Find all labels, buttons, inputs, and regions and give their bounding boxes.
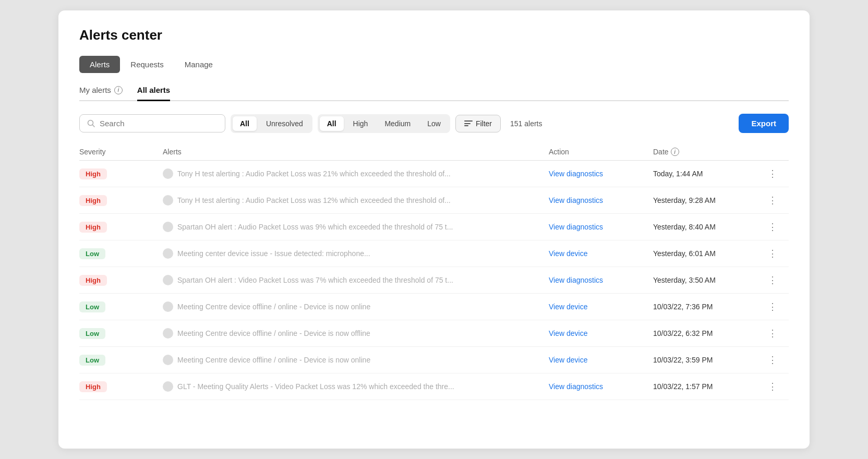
filter-unresolved[interactable]: Unresolved [259, 116, 310, 131]
row-more: ⋮ [768, 195, 789, 206]
alerts-center-card: Alerts center Alerts Requests Manage My … [58, 10, 810, 449]
row-alert-text: Spartan OH alert : Audio Packet Loss was… [163, 222, 549, 232]
more-options-button[interactable]: ⋮ [768, 168, 777, 179]
table-row: High GLT - Meeting Quality Alerts - Vide… [79, 373, 789, 400]
action-link[interactable]: View device [549, 329, 587, 337]
more-options-button[interactable]: ⋮ [768, 381, 777, 392]
row-date: Yesterday, 6:01 AM [653, 249, 768, 258]
filter-icon [464, 120, 473, 126]
filter-low[interactable]: Low [420, 116, 448, 131]
row-action: View device [549, 355, 653, 365]
action-link[interactable]: View device [549, 356, 587, 364]
row-action: View device [549, 249, 653, 258]
toolbar: All Unresolved All High Medium Low Filte… [79, 114, 789, 133]
row-action: View diagnostics [549, 169, 653, 178]
severity-badge: Low [79, 248, 105, 259]
secondary-tabs: My alerts i All alerts [79, 86, 789, 101]
row-action: View device [549, 302, 653, 311]
row-severity: Low [79, 328, 163, 339]
row-alert-text: Meeting Centre device offline / online -… [163, 301, 549, 312]
row-more: ⋮ [768, 168, 789, 179]
row-severity: High [79, 275, 163, 286]
primary-tabs: Alerts Requests Manage [79, 56, 789, 73]
severity-badge: Low [79, 355, 105, 366]
severity-badge: Low [79, 328, 105, 339]
search-box [79, 114, 225, 132]
more-options-button[interactable]: ⋮ [768, 301, 777, 312]
row-alert-text: Meeting center device issue - Issue dete… [163, 248, 549, 259]
severity-badge: High [79, 275, 107, 286]
table-row: Low Meeting Centre device offline / onli… [79, 320, 789, 347]
row-alert-text: Tony H test alerting : Audio Packet Loss… [163, 168, 549, 179]
table-header: Severity Alerts Action Date i [79, 143, 789, 161]
row-alert-text: Meeting Centre device offline / online -… [163, 355, 549, 365]
table-row: High Tony H test alerting : Audio Packet… [79, 187, 789, 214]
row-alert-text: GLT - Meeting Quality Alerts - Video Pac… [163, 381, 549, 392]
tab-all-alerts[interactable]: All alerts [137, 86, 170, 101]
date-info-icon: i [671, 148, 679, 156]
action-link[interactable]: View diagnostics [549, 196, 603, 204]
table-row: Low Meeting center device issue - Issue … [79, 240, 789, 267]
tab-manage[interactable]: Manage [174, 56, 223, 73]
action-link[interactable]: View diagnostics [549, 276, 603, 284]
filter-high[interactable]: High [346, 116, 376, 131]
severity-badge: High [79, 222, 107, 233]
row-severity: Low [79, 301, 163, 312]
row-action: View diagnostics [549, 196, 653, 205]
filter-medium[interactable]: Medium [377, 116, 418, 131]
filter-all-status[interactable]: All [233, 116, 257, 131]
more-options-button[interactable]: ⋮ [768, 274, 777, 286]
alert-icon [163, 355, 173, 365]
alert-icon [163, 328, 173, 339]
alert-icon [163, 248, 173, 259]
row-more: ⋮ [768, 328, 789, 339]
more-options-button[interactable]: ⋮ [768, 195, 777, 206]
more-options-button[interactable]: ⋮ [768, 328, 777, 339]
filter-all-severity[interactable]: All [320, 116, 344, 131]
action-link[interactable]: View diagnostics [549, 382, 603, 391]
row-severity: High [79, 168, 163, 179]
tab-my-alerts[interactable]: My alerts i [79, 86, 123, 101]
status-filter-group: All Unresolved [231, 114, 312, 133]
row-severity: High [79, 222, 163, 233]
filter-button[interactable]: Filter [455, 115, 501, 132]
table-row: Low Meeting Centre device offline / onli… [79, 294, 789, 320]
row-more: ⋮ [768, 274, 789, 286]
header-alerts: Alerts [163, 148, 549, 156]
row-more: ⋮ [768, 301, 789, 312]
action-link[interactable]: View device [549, 303, 587, 311]
action-link[interactable]: View diagnostics [549, 170, 603, 178]
search-input[interactable] [100, 119, 218, 128]
row-severity: High [79, 195, 163, 206]
row-date: Yesterday, 9:28 AM [653, 196, 768, 204]
row-severity: Low [79, 248, 163, 259]
export-button[interactable]: Export [739, 114, 789, 133]
row-more: ⋮ [768, 354, 789, 366]
row-date: Yesterday, 8:40 AM [653, 223, 768, 231]
row-more: ⋮ [768, 381, 789, 392]
action-link[interactable]: View device [549, 249, 587, 258]
alert-icon [163, 222, 173, 232]
tab-alerts[interactable]: Alerts [79, 56, 120, 73]
action-link[interactable]: View diagnostics [549, 223, 603, 231]
severity-badge: High [79, 195, 107, 206]
alert-icon [163, 275, 173, 285]
header-date: Date i [653, 148, 768, 156]
search-icon [87, 119, 95, 128]
severity-badge: High [79, 168, 107, 179]
severity-badge: Low [79, 301, 105, 312]
tab-requests[interactable]: Requests [120, 56, 174, 73]
severity-filter-group: All High Medium Low [318, 114, 450, 133]
severity-badge: High [79, 381, 107, 392]
row-severity: High [79, 381, 163, 392]
more-options-button[interactable]: ⋮ [768, 354, 777, 366]
more-options-button[interactable]: ⋮ [768, 221, 777, 233]
row-alert-text: Tony H test alerting : Audio Packet Loss… [163, 195, 549, 206]
svg-line-1 [93, 125, 95, 127]
row-more: ⋮ [768, 221, 789, 233]
more-options-button[interactable]: ⋮ [768, 248, 777, 259]
alert-icon [163, 381, 173, 392]
table-row: Low Meeting Centre device offline / onli… [79, 347, 789, 373]
row-action: View diagnostics [549, 382, 653, 391]
header-action: Action [549, 148, 653, 156]
